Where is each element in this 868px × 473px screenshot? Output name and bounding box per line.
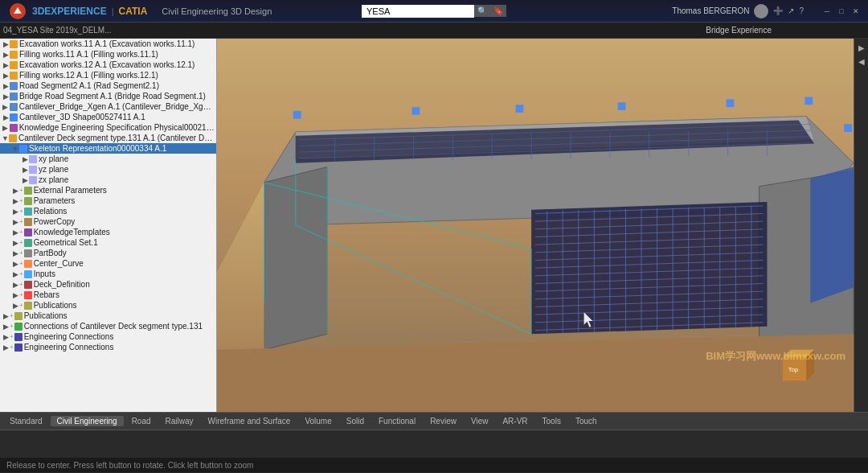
expand-toggle[interactable]: ▶: [21, 166, 29, 174]
tree-item[interactable]: ▶+Rebars: [0, 290, 216, 300]
tab-functional[interactable]: Functional: [372, 416, 422, 426]
user-area: Thomas BERGERON ➕ ↗ ?: [672, 4, 804, 19]
expand-toggle[interactable]: ▶: [11, 197, 19, 205]
right-icon-2[interactable]: ◀: [856, 56, 867, 67]
tree-item[interactable]: ▶+External Parameters: [0, 185, 216, 195]
expand-toggle[interactable]: ▶: [2, 40, 10, 48]
svg-rect-69: [844, 124, 852, 132]
tab-wireframe-and-surface[interactable]: Wireframe and Surface: [202, 416, 297, 426]
tree-item[interactable]: ▶+Parameters: [0, 195, 216, 206]
tree-item[interactable]: ▶Excavation works.11 A.1 (Excavation wor…: [0, 39, 216, 49]
search-button[interactable]: 🔍: [474, 5, 490, 17]
help-icon[interactable]: ?: [799, 6, 804, 15]
tree-item[interactable]: ▶Cantilever_3D Shape00527411 A.1: [0, 112, 216, 122]
tree-item[interactable]: ▶Excavation works.12 A.1 (Excavation wor…: [0, 60, 216, 70]
expand-toggle[interactable]: ▶: [2, 82, 10, 90]
tab-standard[interactable]: Standard: [3, 416, 49, 426]
expand-toggle[interactable]: ▶: [2, 312, 10, 320]
expand-toggle[interactable]: ▶: [2, 72, 10, 80]
bookmark-button[interactable]: 🔖: [490, 5, 506, 17]
tree-item-icon: [10, 103, 18, 111]
expand-toggle[interactable]: ▶: [11, 239, 19, 247]
tree-item-icon: [24, 187, 32, 195]
tree-item-label: Engineering Connections: [24, 332, 114, 341]
tree-item[interactable]: ▶+Engineering Connections: [0, 331, 216, 342]
tree-item[interactable]: ▶yz plane: [0, 164, 216, 175]
svg-marker-9: [531, 202, 767, 334]
tree-item[interactable]: ▶Filling works.11 A.1 (Filling works.11.…: [0, 49, 216, 60]
expand-toggle[interactable]: ▶: [11, 291, 19, 299]
tree-item[interactable]: ▶Knowledge Engineering Specification Phy…: [0, 122, 216, 133]
tree-item-icon: [10, 51, 18, 59]
tree-item[interactable]: ▶+Geometrical Set.1: [0, 237, 216, 248]
expand-toggle[interactable]: ▶: [2, 113, 10, 121]
tree-item[interactable]: ▶+Center_Curve: [0, 258, 216, 269]
tree-item[interactable]: ▶Bridge Road Segment A.1 (Bridge Road Se…: [0, 91, 216, 101]
tree-item[interactable]: ▶+Relations: [0, 206, 216, 216]
tab-touch[interactable]: Touch: [569, 416, 604, 426]
tree-item[interactable]: ▶xy plane: [0, 154, 216, 164]
close-button[interactable]: ✕: [850, 6, 862, 17]
expand-toggle[interactable]: ▶: [11, 270, 19, 278]
tab-road[interactable]: Road: [125, 416, 158, 426]
expand-toggle[interactable]: ▶: [11, 208, 19, 216]
tree-item[interactable]: ▶+KnowledgeTemplates: [0, 227, 216, 237]
maximize-button[interactable]: □: [836, 6, 847, 17]
tree-item[interactable]: ▼Skeleton Representation00000334 A.1: [0, 143, 216, 154]
expand-toggle[interactable]: ▶: [2, 51, 10, 59]
expand-toggle[interactable]: ▶: [11, 260, 19, 268]
tab-tools[interactable]: Tools: [536, 416, 567, 426]
tab-ar-vr[interactable]: AR-VR: [496, 416, 534, 426]
expand-toggle[interactable]: ▶: [11, 187, 19, 195]
tab-solid[interactable]: Solid: [340, 416, 371, 426]
expand-toggle[interactable]: ▶: [2, 323, 10, 331]
tree-item[interactable]: ▶+Engineering Connections: [0, 342, 216, 352]
tree-item[interactable]: ▶Filling works.12 A.1 (Filling works.12.…: [0, 70, 216, 80]
tree-item[interactable]: ▶+Connections of Cantilever Deck segment…: [0, 321, 216, 331]
tree-item[interactable]: ▶Road Segment2 A.1 (Rad Segment2.1): [0, 80, 216, 91]
expand-toggle[interactable]: ▶: [11, 249, 19, 257]
expand-toggle[interactable]: ▼: [11, 145, 19, 153]
tree-item-label: Engineering Connections: [24, 343, 114, 352]
expand-toggle[interactable]: ▶: [11, 228, 19, 236]
tree-item[interactable]: ▶+PowerCopy: [0, 216, 216, 227]
expand-toggle[interactable]: ▶: [2, 333, 10, 341]
tree-item[interactable]: ▼Cantilever Deck segment type.131 A.1 (C…: [0, 133, 216, 143]
3d-viewport[interactable]: Top BIM学习网www.bimxxw.com: [217, 39, 854, 412]
tree-item-icon: [24, 270, 32, 278]
right-icon-1[interactable]: ▶: [856, 42, 867, 53]
svg-text:Top: Top: [788, 366, 799, 373]
share-icon[interactable]: ↗: [788, 6, 794, 15]
expand-toggle[interactable]: ▶: [2, 343, 10, 352]
tab-review[interactable]: Review: [424, 416, 463, 426]
tree-scroll[interactable]: ▶Excavation works.11 A.1 (Excavation wor…: [0, 39, 216, 412]
tree-item[interactable]: ▶+Deck_Definition: [0, 279, 216, 290]
tree-item-label: PowerCopy: [34, 217, 76, 226]
tab-civil-engineering[interactable]: Civil Engineering: [51, 416, 124, 426]
tree-item-label: KnowledgeTemplates: [34, 228, 110, 236]
expand-toggle[interactable]: ▶: [2, 61, 10, 69]
add-icon[interactable]: ➕: [773, 6, 783, 15]
tab-volume[interactable]: Volume: [298, 416, 338, 426]
expand-toggle[interactable]: ▶: [2, 93, 10, 101]
expand-toggle[interactable]: ▶: [11, 281, 19, 289]
expand-toggle[interactable]: ▶: [21, 155, 29, 163]
tree-item[interactable]: ▶+Publications: [0, 300, 216, 311]
search-input[interactable]: [362, 5, 474, 18]
tree-item[interactable]: ▶zx plane: [0, 175, 216, 185]
tree-item[interactable]: ▶Cantilever_Bridge_Xgen A.1 (Cantilever_…: [0, 101, 216, 112]
expand-toggle[interactable]: ▶: [11, 302, 19, 310]
tree-panel[interactable]: ▶Excavation works.11 A.1 (Excavation wor…: [0, 39, 217, 412]
tree-item[interactable]: ▶+PartBody: [0, 248, 216, 258]
tab-view[interactable]: View: [465, 416, 495, 426]
tree-item-label: Cantilever_Bridge_Xgen A.1 (Cantilever_B…: [19, 102, 215, 111]
expand-toggle[interactable]: ▼: [2, 134, 9, 142]
expand-toggle[interactable]: ▶: [2, 103, 10, 111]
expand-toggle[interactable]: ▶: [21, 176, 29, 184]
tab-railway[interactable]: Railway: [159, 416, 200, 426]
expand-toggle[interactable]: ▶: [11, 218, 19, 226]
tree-item[interactable]: ▶+Inputs: [0, 269, 216, 279]
tree-item[interactable]: ▶+Publications: [0, 311, 216, 321]
minimize-button[interactable]: ─: [821, 6, 833, 17]
expand-toggle[interactable]: ▶: [2, 124, 10, 132]
